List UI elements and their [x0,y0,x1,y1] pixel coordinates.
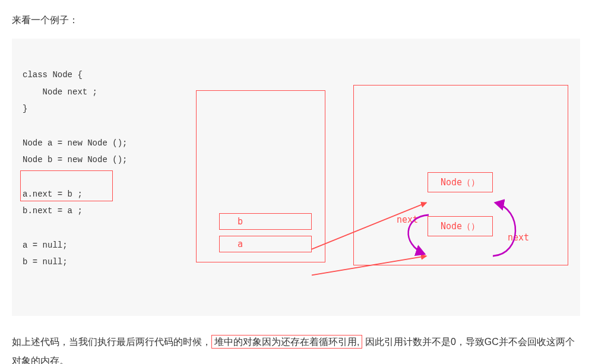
code-line: class Node { [23,70,83,80]
heap-node-1: Node（） [428,172,493,192]
diagram-overlay: b a Node（） Node（） next next [12,39,580,315]
next-label-right: next [508,229,529,247]
heap-area-box [353,85,568,265]
stack-slot-b: b [219,213,312,230]
code-line: Node next ; [23,87,97,97]
svg-line-0 [312,203,426,249]
code-line: b = null; [23,257,68,267]
stack-slot-a: a [219,236,312,252]
code-line: Node a = new Node (); [23,138,127,148]
svg-line-1 [312,256,426,275]
code-line: } [23,104,27,113]
conclusion-highlight: 堆中的对象因为还存在着循环引用, [211,335,362,349]
code-line: a = null; [23,240,68,250]
conclusion-paragraph: 如上述代码，当我们执行最后两行代码的时候，堆中的对象因为还存在着循环引用, 因此… [12,333,580,365]
code-line: a.next = b ; [23,189,83,199]
heap-node-2: Node（） [428,216,493,236]
next-label-left: next [397,211,418,229]
stack-area-box [196,90,325,262]
intro-text: 来看一个例子： [12,12,580,28]
code-line: b.next = a ; [23,206,83,216]
code-block: class Node { Node next ; } Node a = new … [12,39,580,315]
code-line: Node b = new Node (); [23,155,127,164]
conclusion-part1: 如上述代码，当我们执行最后两行代码的时候， [12,337,211,347]
